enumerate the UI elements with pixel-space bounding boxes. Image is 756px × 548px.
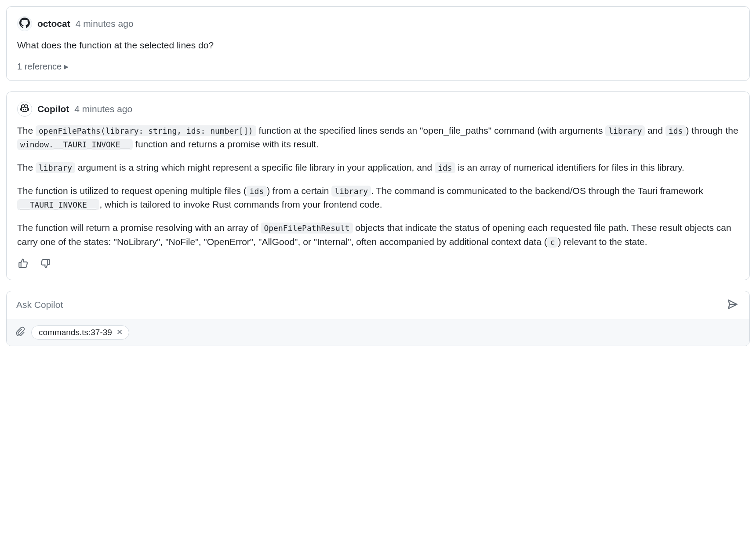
copilot-avatar[interactable] [17,102,32,117]
attachment-label: commands.ts:37-39 [39,328,112,337]
code-span: window.__TAURI_INVOKE__ [17,139,133,150]
composer: commands.ts:37-39 ✕ [6,291,750,346]
author-name: Copilot [37,104,69,114]
assistant-paragraph: The function is utilized to request open… [17,184,739,211]
thumbs-up-button[interactable] [17,257,29,271]
code-span: library [605,125,645,136]
code-span: c [547,237,558,248]
message-timestamp: 4 minutes ago [74,104,132,114]
code-span: library [36,162,75,173]
code-span: __TAURI_INVOKE__ [17,199,99,210]
message-body: The openFilePaths(library: string, ids: … [17,124,739,248]
references-label: 1 reference [17,62,62,72]
attachment-chip[interactable]: commands.ts:37-39 ✕ [31,325,129,340]
message-header: octocat 4 minutes ago [17,16,739,31]
thumbs-down-icon [40,263,51,270]
code-span: ids [665,125,686,136]
paperclip-icon[interactable] [15,326,25,338]
assistant-paragraph: The library argument is a string which m… [17,161,739,174]
code-span: library [331,186,371,197]
feedback-row [17,257,739,271]
code-span: ids [435,162,455,173]
composer-input[interactable] [16,300,726,310]
message-timestamp: 4 minutes ago [76,18,134,29]
octocat-icon [19,18,30,30]
user-message-card: octocat 4 minutes ago What does the func… [6,6,750,81]
message-header: Copilot 4 minutes ago [17,102,739,117]
code-span: OpenFilePathResult [261,223,353,234]
assistant-paragraph: The function will return a promise resol… [17,221,739,248]
user-message-text: What does the function at the selected l… [17,38,739,52]
code-span: openFilePaths(library: string, ids: numb… [36,125,256,136]
close-icon: ✕ [116,328,123,336]
user-avatar[interactable] [17,16,32,31]
code-span: ids [247,186,267,197]
copilot-icon [20,104,29,115]
message-body: What does the function at the selected l… [17,38,739,52]
composer-input-row [7,291,749,319]
assistant-message-card: Copilot 4 minutes ago The openFilePaths(… [6,91,750,280]
author-name[interactable]: octocat [37,18,70,29]
remove-attachment-button[interactable]: ✕ [116,329,123,336]
thumbs-down-button[interactable] [39,257,51,271]
send-icon [727,304,738,311]
composer-attachments: commands.ts:37-39 ✕ [7,319,749,346]
send-button[interactable] [726,297,740,313]
assistant-paragraph: The openFilePaths(library: string, ids: … [17,124,739,151]
chevron-right-icon: ▶ [64,63,69,70]
thumbs-up-icon [18,263,29,270]
references-toggle[interactable]: 1 reference ▶ [17,62,69,72]
